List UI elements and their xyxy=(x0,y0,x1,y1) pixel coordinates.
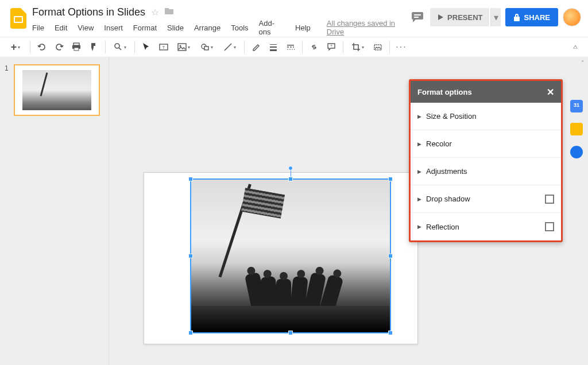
comments-button[interactable] xyxy=(409,9,425,25)
svg-point-12 xyxy=(180,45,181,47)
svg-rect-4 xyxy=(74,43,79,45)
slide-thumbnail[interactable]: 1 xyxy=(5,64,104,116)
account-avatar[interactable] xyxy=(563,8,581,26)
resize-handle-ne[interactable] xyxy=(388,177,393,181)
border-color-button[interactable] xyxy=(248,39,264,55)
star-icon[interactable]: ☆ xyxy=(151,7,159,18)
resize-handle-e[interactable] xyxy=(388,254,393,258)
menu-edit[interactable]: Edit xyxy=(55,24,67,32)
header-actions: PRESENT ▾ SHARE xyxy=(409,5,581,26)
border-weight-button[interactable] xyxy=(265,39,281,55)
select-tool[interactable] xyxy=(138,39,154,55)
mask-button[interactable] xyxy=(370,39,386,55)
collapse-toolbar-button[interactable]: ㅿ xyxy=(567,39,583,55)
textbox-tool[interactable]: T xyxy=(156,39,172,55)
panel-drop-shadow[interactable]: ▶ Drop shadow xyxy=(411,185,561,213)
panel-row-label: Drop shadow xyxy=(426,195,470,203)
panel-title: Format options xyxy=(417,88,472,96)
keep-icon[interactable] xyxy=(570,123,583,135)
expand-icon: ▶ xyxy=(417,114,421,119)
panel-row-label: Recolor xyxy=(426,139,452,148)
toolbar: +▾ ▾ T ▾ ▾ ▾ + ▾ ··· ㅿ xyxy=(0,37,588,57)
side-panel xyxy=(565,95,588,158)
close-icon[interactable]: ✕ xyxy=(547,87,554,98)
panel-header: Format options ✕ xyxy=(411,81,561,103)
header-center: Format Options in Slides ☆ File Edit Vie… xyxy=(30,5,409,36)
svg-rect-6 xyxy=(74,48,79,51)
menu-arrange[interactable]: Arrange xyxy=(194,24,220,32)
tasks-icon[interactable] xyxy=(570,146,583,158)
reflection-checkbox[interactable] xyxy=(545,222,554,231)
svg-rect-3 xyxy=(414,17,419,18)
selected-image[interactable] xyxy=(190,178,391,333)
svg-line-8 xyxy=(119,48,121,50)
svg-rect-1 xyxy=(15,17,22,22)
svg-rect-16 xyxy=(270,44,277,45)
slide-thumb-1[interactable] xyxy=(14,64,100,116)
document-title[interactable]: Format Options in Slides xyxy=(32,6,145,18)
panel-reflection[interactable]: ▶ Reflection xyxy=(411,213,561,240)
comment-button[interactable]: + xyxy=(323,39,339,55)
menu-addons[interactable]: Add-ons xyxy=(259,19,285,36)
resize-handle-n[interactable] xyxy=(288,177,293,181)
rotate-handle[interactable] xyxy=(288,166,293,170)
present-button[interactable]: PRESENT xyxy=(430,8,489,26)
menu-tools[interactable]: Tools xyxy=(231,24,248,32)
shape-tool[interactable]: ▾ xyxy=(196,39,218,55)
svg-rect-19 xyxy=(287,45,294,46)
link-button[interactable] xyxy=(306,39,322,55)
svg-rect-18 xyxy=(270,49,277,51)
svg-line-15 xyxy=(225,44,231,51)
menu-file[interactable]: File xyxy=(32,24,44,32)
resize-handle-w[interactable] xyxy=(188,254,193,258)
menu-insert[interactable]: Insert xyxy=(104,24,123,32)
crop-button[interactable]: ▾ xyxy=(347,39,369,55)
share-button[interactable]: SHARE xyxy=(505,8,558,26)
menu-view[interactable]: View xyxy=(78,24,94,32)
svg-text:T: T xyxy=(163,45,165,50)
calendar-icon[interactable] xyxy=(570,100,583,112)
expand-icon: ▶ xyxy=(417,141,421,147)
svg-rect-14 xyxy=(204,46,208,50)
svg-text:+: + xyxy=(330,44,332,48)
border-dash-button[interactable] xyxy=(283,39,299,55)
panel-row-label: Size & Position xyxy=(426,112,476,121)
new-slide-button[interactable]: +▾ xyxy=(5,39,26,55)
redo-button[interactable] xyxy=(51,39,67,55)
panel-adjustments[interactable]: ▶ Adjustments xyxy=(411,158,561,185)
thumb-image xyxy=(22,70,91,110)
resize-handle-nw[interactable] xyxy=(188,177,193,181)
menu-slide[interactable]: Slide xyxy=(167,24,184,32)
scroll-up-icon[interactable]: ˄ xyxy=(581,60,585,67)
format-options-panel: Format options ✕ ▶ Size & Position ▶ Rec… xyxy=(409,79,563,242)
menu-help[interactable]: Help xyxy=(295,24,311,32)
present-label: PRESENT xyxy=(447,13,482,22)
slides-logo[interactable] xyxy=(7,5,30,32)
panel-row-label: Reflection xyxy=(426,223,459,231)
panel-recolor[interactable]: ▶ Recolor xyxy=(411,130,561,158)
share-label: SHARE xyxy=(524,13,550,22)
slide[interactable] xyxy=(144,172,418,344)
resize-handle-s[interactable] xyxy=(288,331,293,335)
menu-format[interactable]: Format xyxy=(133,24,157,32)
print-button[interactable] xyxy=(68,39,84,55)
panel-size-position[interactable]: ▶ Size & Position xyxy=(411,103,561,130)
more-button[interactable]: ··· xyxy=(393,39,409,55)
drop-shadow-checkbox[interactable] xyxy=(545,195,554,204)
present-options-caret[interactable]: ▾ xyxy=(490,8,501,26)
folder-icon[interactable] xyxy=(165,7,174,17)
resize-handle-sw[interactable] xyxy=(188,331,193,335)
expand-icon: ▶ xyxy=(417,224,421,230)
filmstrip[interactable]: 1 xyxy=(0,57,109,365)
undo-button[interactable] xyxy=(34,39,50,55)
line-tool[interactable]: ▾ xyxy=(219,39,241,55)
save-status[interactable]: All changes saved in Drive xyxy=(327,19,409,36)
expand-icon: ▶ xyxy=(417,169,421,174)
svg-rect-11 xyxy=(178,44,186,51)
workspace: 1 ˄ xyxy=(0,57,588,365)
zoom-button[interactable]: ▾ xyxy=(109,39,131,55)
resize-handle-se[interactable] xyxy=(388,331,393,335)
paint-format-button[interactable] xyxy=(86,39,102,55)
svg-point-7 xyxy=(115,44,119,48)
image-tool[interactable]: ▾ xyxy=(173,39,195,55)
